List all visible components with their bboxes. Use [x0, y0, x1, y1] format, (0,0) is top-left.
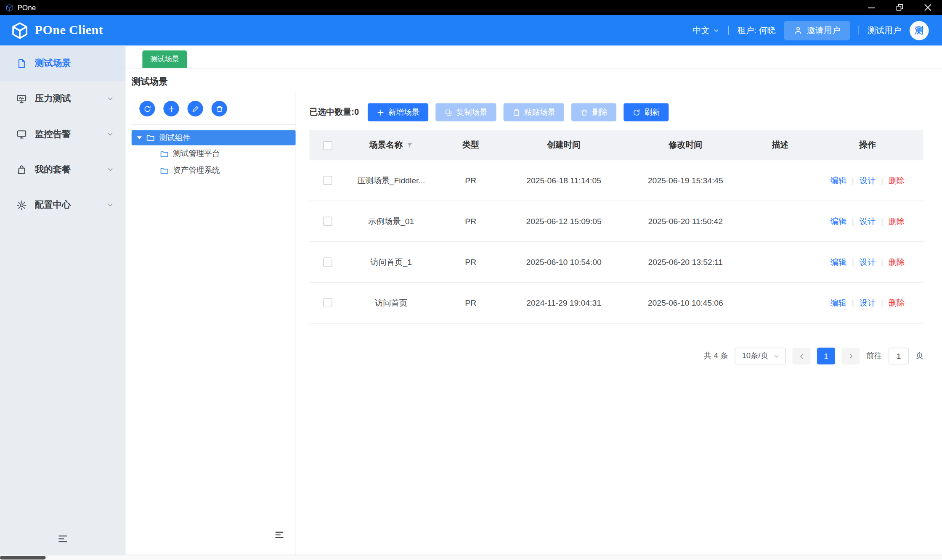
separator: |	[852, 176, 854, 185]
separator: |	[852, 217, 854, 225]
sidebar-item-label: 压力测试	[35, 93, 71, 104]
app-logo-icon	[5, 3, 14, 12]
window-title: POne	[17, 3, 36, 12]
pencil-icon	[191, 105, 199, 113]
created-time: 2025-06-12 15:09:05	[505, 217, 622, 225]
tree-add-button[interactable]	[163, 101, 179, 116]
tree-toolbar	[132, 93, 296, 125]
page-unit-label: 页	[915, 351, 923, 362]
tree-node-root[interactable]: 测试组件	[132, 130, 296, 145]
row-checkbox[interactable]	[323, 217, 332, 225]
edit-link[interactable]: 编辑	[830, 216, 846, 227]
prev-page-button[interactable]	[792, 348, 810, 365]
tab-test-scenario[interactable]: 测试场景	[142, 50, 187, 68]
refresh-icon	[633, 108, 641, 116]
tree-edit-button[interactable]	[188, 101, 203, 116]
add-scenario-button[interactable]: 新增场景	[368, 103, 429, 122]
close-icon	[925, 4, 931, 11]
page-size-select[interactable]: 10条/页	[735, 348, 785, 365]
maximize-restore-button[interactable]	[886, 0, 914, 15]
tree-node-child[interactable]: 资产管理系统	[132, 162, 296, 179]
delete-link[interactable]: 删除	[889, 298, 905, 309]
content: 测试组件 测试管理平台 资产管理系统	[125, 93, 942, 560]
page-number-button[interactable]: 1	[817, 348, 835, 365]
delete-link[interactable]: 删除	[889, 216, 905, 227]
main-area: 测试场景 测试场景	[125, 46, 942, 560]
row-checkbox[interactable]	[323, 176, 332, 185]
tree-node-child[interactable]: 测试管理平台	[132, 145, 296, 162]
edit-link[interactable]: 编辑	[830, 256, 846, 267]
edit-link[interactable]: 编辑	[830, 298, 846, 309]
body: 测试场景 压力测试 监控告警 我的套餐 配置中心	[0, 46, 942, 560]
document-icon	[16, 58, 27, 69]
header-created: 创建时间	[505, 140, 622, 151]
delete-link[interactable]: 删除	[889, 175, 905, 186]
delete-link[interactable]: 删除	[889, 256, 905, 267]
scenario-type: PR	[436, 298, 505, 307]
design-link[interactable]: 设计	[860, 256, 876, 267]
created-time: 2024-11-29 19:04:31	[505, 298, 622, 307]
tree-delete-button[interactable]	[212, 101, 227, 116]
chevron-down-icon	[713, 27, 720, 34]
page-size-value: 10条/页	[742, 351, 768, 362]
scenario-name: 压测场景_Fiddler...	[346, 175, 436, 186]
invite-user-button[interactable]: 邀请用户	[784, 21, 850, 40]
sidebar-item-config-center[interactable]: 配置中心	[0, 188, 125, 223]
select-all-checkbox[interactable]	[323, 141, 332, 150]
language-selector[interactable]: 中文	[693, 25, 720, 36]
horizontal-scrollbar	[0, 555, 942, 560]
design-link[interactable]: 设计	[860, 175, 876, 186]
sidebar-item-monitor-alert[interactable]: 监控告警	[0, 116, 125, 152]
separator: |	[881, 176, 883, 185]
sidebar-item-stress-test[interactable]: 压力测试	[0, 81, 125, 116]
chevron-down-icon	[106, 95, 114, 103]
app-header: POne Client 中文 租户: 何晓 邀请用户 测试用户 测	[0, 15, 942, 46]
filter-icon[interactable]	[406, 142, 413, 149]
design-link[interactable]: 设计	[860, 298, 876, 309]
collapse-menu-icon	[57, 533, 68, 544]
row-operations: 编辑 | 设计 | 删除	[812, 216, 923, 227]
row-operations: 编辑 | 设计 | 删除	[812, 175, 923, 186]
next-page-button[interactable]	[842, 348, 860, 365]
chevron-down-icon	[106, 201, 114, 209]
minimize-button[interactable]	[857, 0, 886, 15]
avatar[interactable]: 测	[910, 21, 929, 40]
language-label: 中文	[693, 25, 710, 36]
goto-label: 前往	[866, 351, 882, 362]
goto-page-input[interactable]	[889, 348, 909, 365]
sidebar-item-my-plan[interactable]: 我的套餐	[0, 152, 125, 187]
caret-down-icon	[137, 136, 142, 139]
invite-user-label: 邀请用户	[807, 25, 841, 36]
tree-panel: 测试组件 测试管理平台 资产管理系统	[132, 93, 296, 560]
tree-node-label: 测试管理平台	[173, 148, 220, 159]
restore-icon	[896, 4, 903, 11]
close-button[interactable]	[914, 0, 942, 15]
separator: |	[881, 217, 883, 225]
collapse-panel-icon	[274, 529, 285, 540]
sidebar-item-label: 配置中心	[35, 199, 71, 211]
titlebar: POne	[0, 0, 942, 15]
delete-scenario-button[interactable]: 删除	[572, 103, 617, 122]
refresh-table-button[interactable]: 刷新	[624, 103, 669, 122]
paste-scenario-button[interactable]: 粘贴场景	[504, 103, 564, 122]
copy-scenario-button[interactable]: 复制场景	[436, 103, 496, 122]
sidebar-collapse-button[interactable]	[0, 533, 125, 544]
design-link[interactable]: 设计	[860, 216, 876, 227]
row-operations: 编辑 | 设计 | 删除	[812, 256, 923, 267]
scenario-name: 访问首页_1	[346, 256, 436, 267]
scrollbar-thumb[interactable]	[0, 556, 46, 560]
edit-link[interactable]: 编辑	[830, 175, 846, 186]
tree-collapse-button[interactable]	[274, 529, 285, 540]
row-checkbox[interactable]	[323, 258, 332, 267]
row-checkbox[interactable]	[323, 298, 332, 307]
tree-node-label: 测试组件	[159, 132, 190, 143]
header-divider	[859, 26, 859, 34]
created-time: 2025-06-18 11:14:05	[505, 176, 622, 185]
table-row: 压测场景_Fiddler... PR 2025-06-18 11:14:05 2…	[309, 160, 923, 201]
trash-icon	[581, 108, 589, 116]
modified-time: 2025-06-10 10:45:06	[622, 298, 748, 307]
copy-scenario-label: 复制场景	[456, 107, 487, 118]
header-description: 描述	[748, 140, 812, 151]
tree-refresh-button[interactable]	[139, 101, 155, 116]
sidebar-item-test-scenario[interactable]: 测试场景	[0, 46, 125, 81]
